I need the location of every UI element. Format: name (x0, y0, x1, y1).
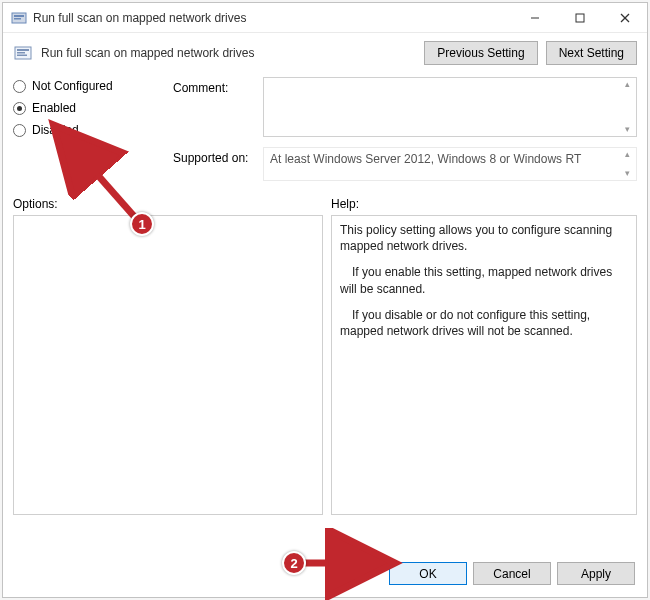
state-radios: Not Configured Enabled Disabled (13, 77, 173, 181)
close-button[interactable] (602, 3, 647, 32)
ok-button[interactable]: OK (389, 562, 467, 585)
comment-input[interactable]: ▴▾ (263, 77, 637, 137)
apply-button[interactable]: Apply (557, 562, 635, 585)
scroll-arrows: ▴▾ (620, 80, 634, 134)
scroll-arrows: ▴▾ (620, 150, 634, 178)
svg-rect-9 (17, 52, 25, 54)
gpedit-policy-dialog: Run full scan on mapped network drives R… (2, 2, 648, 598)
previous-setting-button[interactable]: Previous Setting (424, 41, 537, 65)
comment-label: Comment: (173, 77, 263, 95)
minimize-button[interactable] (512, 3, 557, 32)
radio-icon (13, 102, 26, 115)
cancel-button[interactable]: Cancel (473, 562, 551, 585)
radio-icon (13, 80, 26, 93)
svg-rect-8 (17, 49, 29, 51)
maximize-button[interactable] (557, 3, 602, 32)
radio-label: Enabled (32, 101, 76, 115)
help-pane: This policy setting allows you to config… (331, 215, 637, 515)
gpedit-icon (13, 43, 33, 63)
section-labels: Options: Help: (3, 183, 647, 215)
help-paragraph: If you disable or do not configure this … (340, 307, 628, 339)
help-paragraph: This policy setting allows you to config… (340, 222, 628, 254)
radio-label: Disabled (32, 123, 79, 137)
radio-icon (13, 124, 26, 137)
help-paragraph: If you enable this setting, mapped netwo… (340, 264, 628, 296)
window-controls (512, 3, 647, 32)
svg-rect-2 (14, 18, 21, 20)
titlebar: Run full scan on mapped network drives (3, 3, 647, 33)
supported-on-label: Supported on: (173, 147, 263, 165)
setting-title: Run full scan on mapped network drives (41, 46, 416, 60)
window-title: Run full scan on mapped network drives (33, 11, 512, 25)
state-and-meta: Not Configured Enabled Disabled Comment:… (3, 77, 647, 183)
dialog-footer: OK Cancel Apply (3, 552, 647, 597)
meta-fields: Comment: ▴▾ Supported on: At least Windo… (173, 77, 637, 181)
policy-icon (11, 10, 27, 26)
radio-disabled[interactable]: Disabled (13, 123, 173, 137)
radio-not-configured[interactable]: Not Configured (13, 79, 173, 93)
next-setting-button[interactable]: Next Setting (546, 41, 637, 65)
supported-on-value: At least Windows Server 2012, Windows 8 … (263, 147, 637, 181)
radio-label: Not Configured (32, 79, 113, 93)
svg-rect-1 (14, 15, 24, 17)
svg-rect-4 (576, 14, 584, 22)
panes: This policy setting allows you to config… (3, 215, 647, 552)
radio-enabled[interactable]: Enabled (13, 101, 173, 115)
help-label: Help: (331, 197, 637, 211)
header: Run full scan on mapped network drives P… (3, 33, 647, 77)
svg-rect-10 (17, 55, 27, 57)
options-pane (13, 215, 323, 515)
options-label: Options: (13, 197, 331, 211)
